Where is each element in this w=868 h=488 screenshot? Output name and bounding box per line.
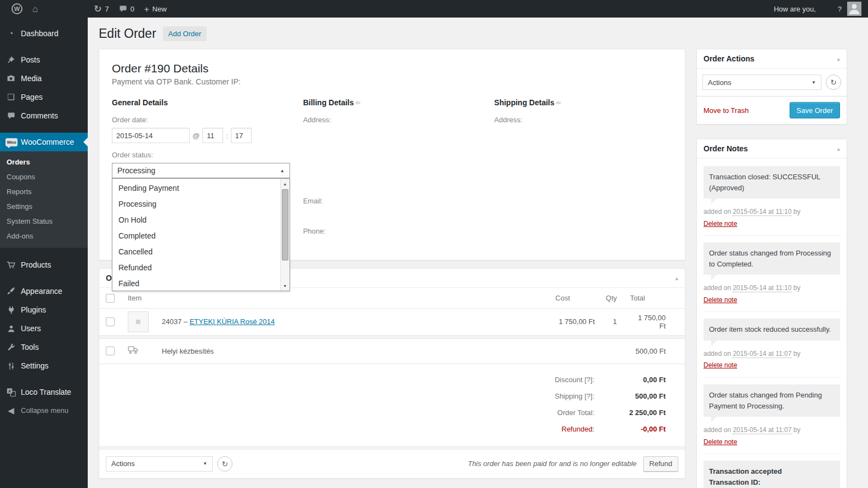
item-checkbox[interactable] <box>106 317 115 326</box>
sidebar-item[interactable]: Media <box>0 69 88 88</box>
dropdown-scrollbar[interactable]: ▲ ▼ <box>280 179 290 291</box>
status-option[interactable]: On Hold <box>112 212 280 228</box>
note-content: Order status changed from Pending Paymen… <box>704 384 840 417</box>
comments-button[interactable]: 0 <box>114 0 139 18</box>
order-status-select[interactable]: Processing ▲ <box>112 163 290 178</box>
sidebar-subitem[interactable]: System Status <box>0 214 88 229</box>
items-actions-select[interactable]: Actions ▼ <box>106 456 213 472</box>
wordpress-menu-button[interactable]: W <box>7 0 27 18</box>
home-icon: ⌂ <box>32 4 38 14</box>
shipping-details-section: Shipping Details✏ Address: <box>494 98 672 239</box>
delete-note-link[interactable]: Delete note <box>704 438 737 446</box>
woocommerce-icon: Woo <box>5 138 18 146</box>
delete-note-link[interactable]: Delete note <box>704 220 737 228</box>
note-meta: added on 2015-05-14 at 11:10 by Delete n… <box>704 282 840 306</box>
sidebar-item[interactable]: Posts <box>0 50 88 69</box>
total-label: Shipping [?]: <box>555 392 594 400</box>
status-option[interactable]: Completed <box>112 228 280 244</box>
sidebar-item[interactable]: Plugins <box>0 300 88 319</box>
general-details-section: General Details Order date: @ : Order st… <box>112 98 290 239</box>
refresh-icon: ↻ <box>830 78 837 87</box>
item-qty: 1 <box>599 308 623 335</box>
status-option[interactable]: Pending Payment <box>112 180 280 196</box>
select-all-checkbox[interactable] <box>106 294 115 303</box>
new-content-button[interactable]: + New <box>139 0 172 18</box>
wrench-icon <box>5 342 16 353</box>
sidebar-item[interactable]: Tools <box>0 338 88 356</box>
sidebar-subitem[interactable]: Coupons <box>0 169 88 184</box>
collapse-order-items-toggle[interactable]: ▴ <box>675 275 678 281</box>
sidebar-item[interactable]: Users <box>0 319 88 338</box>
status-option[interactable]: Failed <box>112 276 280 292</box>
help-link[interactable]: ? <box>838 5 842 13</box>
save-order-button[interactable]: Save Order <box>790 102 840 118</box>
sidebar-item[interactable]: ◀ Collapse menu <box>0 401 88 420</box>
column-cost: Cost <box>549 288 599 308</box>
sidebar-item[interactable]: A Loco Translate <box>0 383 88 401</box>
sidebar-item[interactable]: ◔ Dashboard <box>0 24 88 43</box>
at-symbol: @ <box>192 132 200 140</box>
order-status-dropdown: Pending Payment Processing On Hold Compl… <box>112 178 290 291</box>
scroll-down-icon[interactable]: ▼ <box>281 281 290 290</box>
comments-count: 0 <box>131 5 134 13</box>
user-avatar[interactable] <box>847 2 861 16</box>
scrollbar-thumb[interactable] <box>282 189 288 260</box>
sidebar-subitem[interactable]: Settings <box>0 199 88 214</box>
collapse-order-actions-toggle[interactable]: ▴ <box>837 56 840 62</box>
delete-note-link[interactable]: Delete note <box>704 361 737 369</box>
collapse-order-notes-toggle[interactable]: ▴ <box>837 146 840 152</box>
edit-billing-icon[interactable]: ✏ <box>355 99 361 107</box>
admin-sidebar: ◔ Dashboard Posts Media ❏ Pages Comments <box>0 18 88 488</box>
avatar-person-icon <box>848 2 860 16</box>
refund-button[interactable]: Refund <box>643 456 678 472</box>
updates-count: 7 <box>105 5 109 13</box>
media-icon <box>5 73 16 84</box>
order-note: Order item stock reduced successfully. a… <box>704 312 840 378</box>
sidebar-subitem[interactable]: Orders <box>0 155 88 169</box>
product-link[interactable]: ETYEKI KÚRIA Rosé 2014 <box>190 317 275 326</box>
sidebar-subitem[interactable]: Add-ons <box>0 229 88 243</box>
active-menu-arrow <box>79 138 88 146</box>
sidebar-item[interactable]: Comments <box>0 106 88 125</box>
note-meta: added on 2015-05-14 at 11:07 by Delete n… <box>704 424 840 448</box>
order-totals: Discount [?]: 0,00 Ft Shipping [?]: 500,… <box>99 364 685 446</box>
move-to-trash-link[interactable]: Move to Trash <box>704 106 748 115</box>
order-actions-select[interactable]: Actions ▼ <box>702 75 821 90</box>
sidebar-item[interactable]: Settings <box>0 356 88 375</box>
total-row: Shipping [?]: 500,00 Ft <box>99 388 685 405</box>
status-option[interactable]: Refunded <box>112 260 280 276</box>
order-note: Order status changed from Processing to … <box>704 236 840 312</box>
order-date-input[interactable] <box>112 128 190 143</box>
add-order-button[interactable]: Add Order <box>163 26 207 41</box>
order-hour-input[interactable] <box>202 128 223 143</box>
sidebar-subitem[interactable]: Reports <box>0 184 88 199</box>
order-minute-input[interactable] <box>231 128 252 143</box>
sidebar-item[interactable]: Appearance <box>0 282 88 300</box>
site-home-button[interactable]: ⌂ <box>27 0 43 18</box>
delete-note-link[interactable]: Delete note <box>704 296 737 304</box>
order-actions-value: Actions <box>708 78 731 87</box>
sidebar-item[interactable]: Products <box>0 256 88 274</box>
column-qty: Qty <box>599 288 623 308</box>
sidebar-item-woocommerce[interactable]: Woo WooCommerce <box>0 133 88 151</box>
plug-icon <box>5 304 16 315</box>
time-separator: : <box>226 132 228 140</box>
order-subtitle: Payment via OTP Bank. Customer IP: <box>112 77 672 86</box>
apply-order-action-button[interactable]: ↻ <box>826 75 841 90</box>
order-details-panel: Order #190 Details Payment via OTP Bank.… <box>99 49 685 260</box>
scroll-up-icon[interactable]: ▲ <box>281 179 290 188</box>
status-option[interactable]: Processing <box>112 196 280 212</box>
user-greeting: How are you, <box>774 5 816 13</box>
edit-shipping-icon[interactable]: ✏ <box>556 99 561 107</box>
total-value: -0,00 Ft <box>594 425 666 433</box>
shipping-checkbox[interactable] <box>106 347 115 355</box>
total-value: 500,00 Ft <box>594 392 666 400</box>
total-row: Refunded: -0,00 Ft <box>99 421 685 438</box>
posts-icon <box>5 54 16 65</box>
items-actions-value: Actions <box>111 459 135 468</box>
apply-items-action-button[interactable]: ↻ <box>217 456 232 472</box>
updates-button[interactable]: ↻ 7 <box>89 0 114 18</box>
sidebar-item[interactable]: ❏ Pages <box>0 88 88 106</box>
status-option[interactable]: Cancelled <box>112 244 280 260</box>
sidebar-item-label: Plugins <box>21 304 46 315</box>
